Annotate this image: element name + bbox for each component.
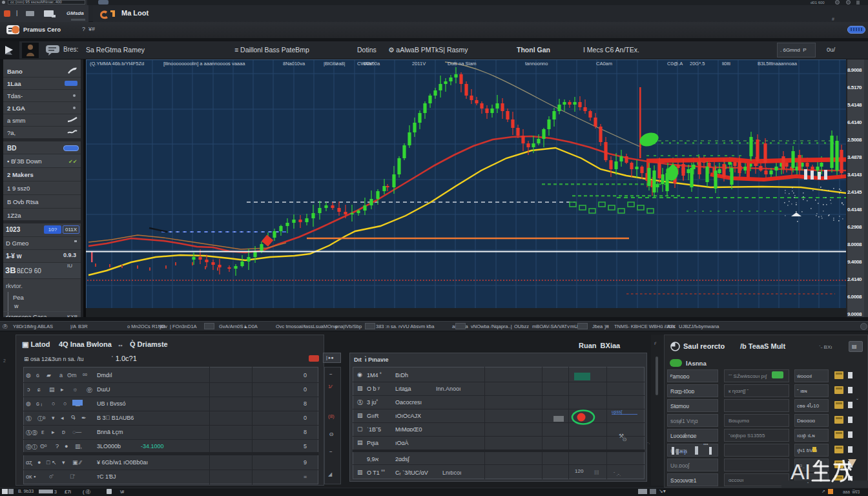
svg-text:CWAN00a: CWAN00a	[357, 61, 380, 67]
svg-text:[llinoooooooolin] a aaannoooos: [llinoooooooolin] a aaannoooos vaaaa	[163, 61, 245, 67]
svg-text:C0@.A: C0@.A	[667, 61, 683, 67]
svg-text:|BtGtlǿa8|: |BtGtlǿa8|	[324, 61, 346, 67]
svg-text:Dulti na Siam: Dulti na Siam	[448, 61, 477, 67]
svg-text:2011V: 2011V	[412, 61, 426, 67]
svg-text:B3L5lttnaaannoaa: B3L5lttnaaannoaa	[758, 61, 798, 67]
svg-text:li0lti: li0lti	[722, 61, 730, 67]
svg-text:8Na010va: 8Na010va	[283, 61, 305, 67]
svg-text:CA0am: CA0am	[596, 61, 612, 67]
svg-text:tannoonno: tannoonno	[525, 61, 548, 67]
svg-text:20G*.5: 20G*.5	[690, 61, 705, 67]
svg-text:(Q.YMMA 46b.b/Yt4F5Zd: (Q.YMMA 46b.b/Yt4F5Zd	[90, 61, 144, 67]
